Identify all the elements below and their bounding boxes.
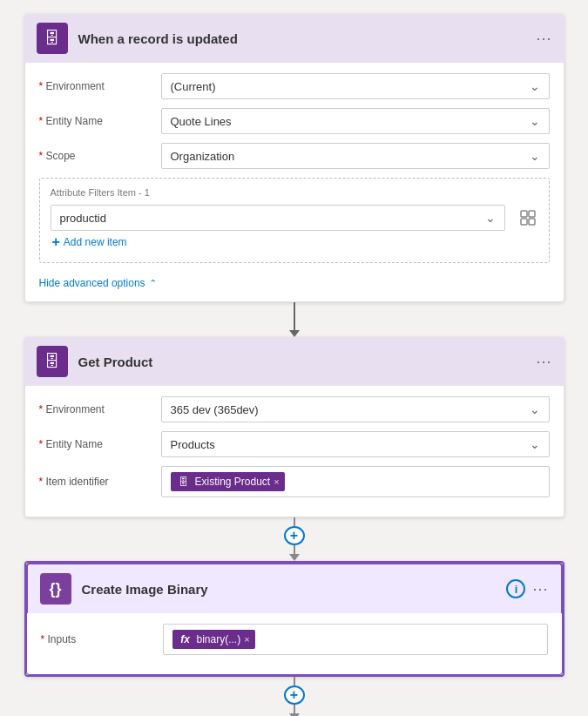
trigger-entity-select[interactable]: Quote Lines ⌄ [161, 108, 550, 134]
hide-advanced-label: Hide advanced options [39, 277, 145, 289]
trigger-card: 🗄 When a record is updated ··· Environme… [24, 14, 564, 302]
get-env-row: Environment 365 dev (365dev) ⌄ [39, 396, 550, 422]
trigger-title: When a record is updated [78, 31, 537, 46]
attr-filter-grid-icon[interactable] [517, 207, 538, 228]
arrow-connector-1 [289, 302, 300, 337]
attr-filter-box: Attribute Filters Item - 1 productid ⌄ [39, 178, 550, 263]
get-product-header: 🗄 Get Product ··· [24, 337, 564, 386]
trigger-env-select[interactable]: (Current) ⌄ [161, 73, 550, 99]
svg-rect-2 [521, 219, 527, 225]
existing-product-tag: 🗄 Existing Product × [171, 472, 285, 491]
trigger-scope-chevron: ⌄ [530, 149, 540, 163]
create-image-icon: {} [40, 573, 71, 605]
plus-line-bottom-1 [294, 545, 295, 554]
db-icon-2: 🗄 [44, 353, 60, 371]
hide-advanced-chevron: ⌃ [149, 278, 157, 289]
db-icon: 🗄 [44, 30, 60, 48]
trigger-env-chevron: ⌄ [530, 79, 540, 93]
binary-label: binary(...) [197, 633, 241, 645]
trigger-entity-value: Quote Lines [171, 115, 232, 128]
binary-close[interactable]: × [244, 634, 249, 645]
get-env-select[interactable]: 365 dev (365dev) ⌄ [161, 396, 550, 422]
plus-connector-2: + [284, 677, 305, 716]
trigger-entity-label: Entity Name [39, 115, 161, 127]
get-product-more-button[interactable]: ··· [536, 353, 551, 371]
trigger-env-row: Environment (Current) ⌄ [39, 73, 550, 99]
add-new-item-label: Add new item [64, 236, 127, 248]
get-entity-select[interactable]: Products ⌄ [161, 431, 550, 457]
get-env-value: 365 dev (365dev) [171, 403, 259, 416]
get-item-label: Item identifier [39, 476, 161, 488]
svg-rect-3 [529, 219, 535, 225]
create-image-header: {} Create Image Binary i ··· [26, 563, 563, 613]
tag-db-icon: 🗄 [176, 474, 192, 490]
create-image-body: Inputs fx binary(...) × [26, 613, 563, 675]
plus-button-1[interactable]: + [284, 526, 305, 545]
attr-filter-value: productid [60, 212, 106, 225]
get-item-row: Item identifier 🗄 Existing Product × [39, 466, 550, 497]
existing-product-label: Existing Product [195, 476, 271, 488]
create-image-card: {} Create Image Binary i ··· Inputs fx b… [24, 561, 564, 677]
trigger-entity-chevron: ⌄ [530, 114, 540, 128]
add-new-item-icon: + [52, 234, 60, 250]
plus-button-2[interactable]: + [284, 686, 305, 705]
add-new-item-button[interactable]: + Add new item [51, 231, 129, 253]
trigger-env-label: Environment [39, 80, 161, 92]
trigger-env-value: (Current) [171, 80, 216, 93]
attr-filter-label: Attribute Filters Item - 1 [51, 187, 538, 198]
create-image-info-button[interactable]: i [506, 579, 525, 598]
plus-connector-1: + [284, 517, 305, 561]
existing-product-close[interactable]: × [274, 476, 279, 487]
trigger-body: Environment (Current) ⌄ Entity Name Quot… [24, 63, 564, 302]
get-product-icon: 🗄 [37, 346, 68, 377]
arrow-head-1 [289, 330, 300, 337]
attr-filter-select[interactable]: productid ⌄ [51, 205, 505, 231]
attr-filter-chevron: ⌄ [485, 211, 496, 225]
get-entity-value: Products [171, 438, 215, 451]
get-item-input[interactable]: 🗄 Existing Product × [161, 466, 550, 497]
plus-line-bottom-2 [294, 705, 295, 713]
info-letter: i [515, 583, 518, 596]
trigger-icon: 🗄 [37, 23, 68, 54]
create-inputs-row: Inputs fx binary(...) × [41, 624, 548, 655]
trigger-header: 🗄 When a record is updated ··· [24, 14, 564, 63]
create-image-title: Create Image Binary [82, 582, 507, 597]
create-image-more-button[interactable]: ··· [532, 580, 548, 598]
get-env-label: Environment [39, 403, 161, 415]
svg-rect-0 [521, 211, 527, 217]
fx-icon: fx [178, 632, 193, 647]
create-inputs-input[interactable]: fx binary(...) × [163, 624, 548, 655]
get-entity-label: Entity Name [39, 438, 161, 450]
trigger-scope-label: Scope [39, 150, 161, 162]
plus-line-top-1 [294, 517, 295, 526]
trigger-entity-row: Entity Name Quote Lines ⌄ [39, 108, 550, 134]
curly-brace-icon: {} [49, 580, 61, 598]
get-product-card: 🗄 Get Product ··· Environment 365 dev (3… [24, 337, 564, 517]
get-env-chevron: ⌄ [530, 402, 540, 416]
get-entity-row: Entity Name Products ⌄ [39, 431, 550, 457]
trigger-more-button[interactable]: ··· [536, 30, 551, 48]
plus-arrow-1 [289, 554, 300, 561]
plus-line-top-2 [294, 677, 295, 686]
get-entity-chevron: ⌄ [530, 437, 540, 451]
attr-filter-row: productid ⌄ [51, 205, 538, 231]
arrow-line-1 [294, 302, 295, 330]
trigger-scope-value: Organization [171, 150, 235, 163]
trigger-scope-select[interactable]: Organization ⌄ [161, 143, 550, 169]
svg-rect-1 [529, 211, 535, 217]
binary-tag: fx binary(...) × [172, 630, 255, 649]
get-product-body: Environment 365 dev (365dev) ⌄ Entity Na… [24, 386, 564, 517]
create-inputs-label: Inputs [41, 633, 163, 645]
trigger-scope-row: Scope Organization ⌄ [39, 143, 550, 169]
hide-advanced-button[interactable]: Hide advanced options ⌃ [39, 272, 550, 291]
get-product-title: Get Product [78, 355, 537, 369]
